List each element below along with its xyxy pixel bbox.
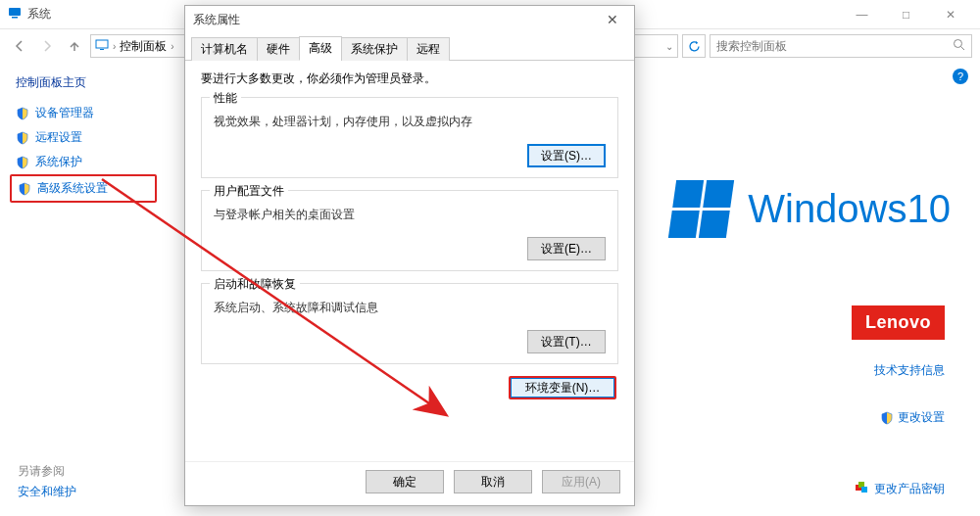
change-settings-label: 更改设置 bbox=[898, 409, 945, 426]
performance-title: 性能 bbox=[210, 90, 241, 107]
see-also: 另请参阅 安全和维护 bbox=[18, 463, 76, 504]
security-maintenance-link[interactable]: 安全和维护 bbox=[18, 484, 76, 500]
dialog-buttons: 确定 取消 应用(A) bbox=[185, 461, 634, 505]
maximize-button[interactable]: □ bbox=[884, 1, 928, 28]
user-profile-settings-button[interactable]: 设置(E)… bbox=[527, 237, 606, 260]
breadcrumb-item[interactable]: 控制面板 bbox=[120, 38, 167, 55]
performance-desc: 视觉效果，处理器计划，内存使用，以及虚拟内存 bbox=[214, 114, 606, 130]
minimize-button[interactable]: — bbox=[840, 1, 884, 28]
chevron-right-icon: › bbox=[171, 41, 173, 52]
performance-group: 性能 视觉效果，处理器计划，内存使用，以及虚拟内存 设置(S)… bbox=[201, 97, 618, 178]
window-title: 系统 bbox=[27, 6, 51, 23]
sidebar-item-label: 设备管理器 bbox=[35, 105, 94, 121]
back-button[interactable] bbox=[8, 34, 31, 58]
svg-rect-2 bbox=[96, 40, 108, 48]
svg-point-4 bbox=[955, 40, 962, 48]
admin-hint: 要进行大多数更改，你必须作为管理员登录。 bbox=[201, 70, 618, 87]
chevron-down-icon[interactable]: ⌄ bbox=[665, 41, 673, 52]
tab-hardware[interactable]: 硬件 bbox=[257, 37, 300, 61]
user-profile-group: 用户配置文件 与登录帐户相关的桌面设置 设置(E)… bbox=[201, 190, 618, 271]
system-properties-dialog: 系统属性 ✕ 计算机名 硬件 高级 系统保护 远程 要进行大多数更改，你必须作为… bbox=[184, 5, 635, 506]
up-button[interactable] bbox=[63, 34, 86, 58]
dialog-body: 要进行大多数更改，你必须作为管理员登录。 性能 视觉效果，处理器计划，内存使用，… bbox=[185, 61, 634, 461]
startup-recovery-group: 启动和故障恢复 系统启动、系统故障和调试信息 设置(T)… bbox=[201, 283, 618, 364]
shield-icon bbox=[16, 156, 29, 169]
chevron-right-icon: › bbox=[113, 41, 116, 52]
tab-computer-name[interactable]: 计算机名 bbox=[191, 37, 258, 61]
user-profile-desc: 与登录帐户相关的桌面设置 bbox=[214, 207, 606, 223]
close-button[interactable]: ✕ bbox=[928, 1, 972, 28]
sidebar-item-remote-settings[interactable]: 远程设置 bbox=[10, 125, 157, 150]
tab-system-protection[interactable]: 系统保护 bbox=[341, 37, 408, 61]
user-profile-title: 用户配置文件 bbox=[210, 183, 288, 200]
shield-icon bbox=[16, 107, 29, 120]
tab-advanced[interactable]: 高级 bbox=[299, 36, 342, 61]
search-box[interactable] bbox=[710, 34, 972, 58]
svg-rect-1 bbox=[12, 17, 18, 19]
svg-rect-3 bbox=[100, 49, 104, 50]
svg-rect-8 bbox=[861, 487, 867, 493]
monitor-icon bbox=[95, 38, 109, 54]
svg-line-5 bbox=[961, 47, 965, 51]
dialog-titlebar[interactable]: 系统属性 ✕ bbox=[185, 6, 634, 33]
cancel-button[interactable]: 取消 bbox=[454, 470, 532, 493]
change-product-key-link[interactable]: 更改产品密钥 bbox=[855, 480, 945, 498]
sidebar-item-label: 高级系统设置 bbox=[37, 180, 108, 197]
system-icon bbox=[8, 6, 22, 23]
sidebar: 控制面板主页 设备管理器 远程设置 系统保护 高级系统设置 bbox=[0, 63, 167, 516]
startup-recovery-title: 启动和故障恢复 bbox=[210, 276, 300, 293]
startup-recovery-desc: 系统启动、系统故障和调试信息 bbox=[214, 300, 606, 316]
sidebar-item-label: 远程设置 bbox=[35, 129, 82, 146]
help-icon[interactable]: ? bbox=[953, 69, 968, 84]
search-input[interactable] bbox=[716, 39, 953, 53]
shield-icon bbox=[16, 131, 29, 145]
sidebar-item-label: 系统保护 bbox=[35, 154, 82, 170]
environment-variables-button[interactable]: 环境变量(N)… bbox=[509, 376, 616, 399]
performance-settings-button[interactable]: 设置(S)… bbox=[527, 144, 606, 167]
search-icon bbox=[953, 38, 965, 54]
windows-text: Windows10 bbox=[748, 187, 951, 231]
window-controls: — □ ✕ bbox=[840, 1, 972, 28]
dialog-close-button[interactable]: ✕ bbox=[599, 12, 626, 27]
windows-logo-icon bbox=[668, 180, 734, 238]
see-also-label: 另请参阅 bbox=[18, 463, 76, 480]
startup-recovery-settings-button[interactable]: 设置(T)… bbox=[527, 330, 606, 353]
windows-branding: Windows10 bbox=[672, 180, 951, 238]
shield-icon bbox=[18, 182, 31, 196]
lenovo-logo: Lenovo bbox=[852, 305, 945, 340]
refresh-button[interactable] bbox=[682, 34, 706, 58]
forward-button[interactable] bbox=[35, 34, 59, 58]
svg-rect-0 bbox=[9, 8, 21, 16]
sidebar-item-device-manager[interactable]: 设备管理器 bbox=[10, 101, 157, 125]
tab-remote[interactable]: 远程 bbox=[407, 37, 450, 61]
apply-button[interactable]: 应用(A) bbox=[542, 470, 620, 493]
product-key-label: 更改产品密钥 bbox=[874, 481, 945, 497]
sidebar-title[interactable]: 控制面板主页 bbox=[10, 74, 157, 91]
sidebar-item-system-protection[interactable]: 系统保护 bbox=[10, 150, 157, 174]
change-settings-link[interactable]: 更改设置 bbox=[880, 409, 945, 426]
shield-icon bbox=[880, 411, 894, 425]
sidebar-item-advanced-settings[interactable]: 高级系统设置 bbox=[10, 174, 157, 203]
support-link[interactable]: 技术支持信息 bbox=[874, 362, 945, 379]
ok-button[interactable]: 确定 bbox=[366, 470, 444, 493]
dialog-title: 系统属性 bbox=[193, 12, 240, 28]
key-icon bbox=[855, 480, 870, 498]
dialog-tabs: 计算机名 硬件 高级 系统保护 远程 bbox=[185, 33, 634, 61]
